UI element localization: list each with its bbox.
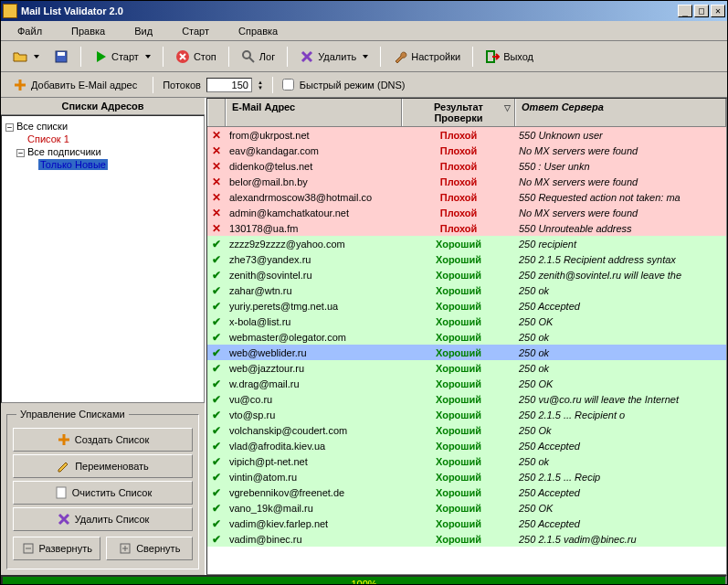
table-row[interactable]: ✔vto@sp.ruХороший250 2.1.5 ... Recipient… [207,407,726,422]
cell-email: yuriy.perets@tmg.net.ua [226,300,402,313]
cell-result: Хороший [402,471,515,484]
col-reply[interactable]: Ответ Сервера [515,99,726,126]
table-row[interactable]: ✔w.drag@mail.ruХороший250 OK [207,376,726,391]
rename-list-button[interactable]: Переименовать [13,454,193,478]
table-row[interactable]: ✕admin@kamchatkatour.netПлохойNo MX serv… [207,205,726,220]
table-row[interactable]: ✕alexandrmoscow38@hotmail.coПлохой550 Re… [207,189,726,205]
spinner-icon[interactable]: ▲▼ [258,80,263,90]
list-mgmt-legend: Управление Списками [16,409,129,420]
list-management-panel: Управление Списками Создать Список Переи… [6,409,199,569]
menu-edit[interactable]: Правка [57,24,120,38]
grid-body[interactable]: ✕from@ukrpost.netПлохой550 Unknown user✕… [207,127,726,574]
menu-help[interactable]: Справка [224,24,292,38]
add-email-button[interactable]: Добавить E-Mail адрес [6,74,143,96]
cell-email: from@ukrpost.net [226,129,402,142]
table-row[interactable]: ✔web@jazztour.ruХороший250 ok [207,360,726,376]
cell-result: Хороший [402,440,515,452]
table-row[interactable]: ✕eav@kandagar.comПлохойNo MX servers wer… [207,143,726,158]
cross-icon: ✕ [212,160,221,173]
stop-button[interactable]: Стоп [169,46,223,68]
cell-reply: 250 recipient [515,238,726,250]
delete-button[interactable]: Удалить [293,46,375,68]
tree-toggle-icon[interactable]: − [5,123,14,132]
save-icon [54,49,69,64]
table-row[interactable]: ✔zhe73@yandex.ruХороший250 2.1.5 Recipie… [207,251,726,267]
cell-result: Хороший [402,346,515,359]
stop-icon [175,49,190,64]
table-row[interactable]: ✔vintin@atom.ruХороший250 2.1.5 ... Reci… [207,469,726,484]
cell-reply: 250 ok [515,455,726,468]
cell-result: Хороший [402,378,515,390]
delete-list-button[interactable]: Удалить Список [13,507,193,531]
table-row[interactable]: ✔volchanskip@coudert.comХороший250 Ok [207,422,726,438]
table-row[interactable]: ✔vano_19k@mail.ruХороший250 OK [207,500,726,516]
open-button[interactable] [6,46,46,68]
cell-reply: 550 Requested action not taken: ma [515,191,726,204]
tree-root[interactable]: Все списки [16,121,68,132]
plus-icon [13,78,27,92]
cell-result: Плохой [402,222,515,235]
expand-button[interactable]: Развернуть [13,537,100,560]
tree-list1[interactable]: Список 1 [27,133,69,144]
settings-button[interactable]: Настройки [386,46,467,68]
fast-mode-checkbox[interactable] [282,79,294,90]
table-row[interactable]: ✔vadim@kiev.farlep.netХороший250 Accepte… [207,516,726,531]
check-icon: ✔ [212,269,221,282]
save-button[interactable] [47,46,75,68]
table-row[interactable]: ✔x-bola@list.ruХороший250 OK [207,314,726,329]
threads-input[interactable] [206,78,252,92]
table-row[interactable]: ✕130178@ua.fmПлохой550 Unrouteable addre… [207,220,726,236]
collapse-icon [118,541,132,556]
add-email-label: Добавить E-Mail адрес [31,80,137,90]
table-row[interactable]: ✔yuriy.perets@tmg.net.uaХороший250 Accep… [207,298,726,314]
table-row[interactable]: ✔zahar@wtn.ruХороший250 ok [207,282,726,298]
table-row[interactable]: ✔vadim@binec.ruХороший250 2.1.5 vadim@bi… [207,531,726,547]
col-result[interactable]: Результат Проверки▽ [402,99,515,126]
col-email[interactable]: E-Mail Адрес [226,99,402,126]
menu-view[interactable]: Вид [120,24,167,38]
tree-subs[interactable]: Все подписчики [27,146,101,157]
start-button[interactable]: Старт [87,46,157,68]
table-row[interactable]: ✕belor@mail.bn.byПлохойNo MX servers wer… [207,174,726,189]
cell-result: Хороший [402,238,515,250]
table-row[interactable]: ✔webmaster@olegator.comХороший250 ok [207,329,726,345]
close-button[interactable]: ✕ [711,5,725,17]
cell-reply: 250 Accepted [515,440,726,452]
tree-new-only[interactable]: Только Новые [38,159,108,170]
menu-start[interactable]: Старт [167,24,224,38]
cell-email: alexandrmoscow38@hotmail.co [226,191,402,204]
tree-toggle-icon[interactable]: − [16,149,25,157]
create-list-button[interactable]: Создать Список [13,428,193,452]
table-row[interactable]: ✔vlad@afrodita.kiev.uaХороший250 Accepte… [207,438,726,453]
cell-email: vipich@pt-net.net [226,455,402,468]
collapse-button[interactable]: Свернуть [106,537,194,560]
maximize-button[interactable]: □ [694,5,709,17]
cell-reply: 250 2.1.5 Recipient address syntax [515,253,726,266]
check-icon: ✔ [212,440,221,452]
delete-icon [57,512,71,526]
exit-button[interactable]: Выход [479,46,540,68]
table-row[interactable]: ✔web@weblider.ruХороший250 ok [207,345,726,360]
menu-file[interactable]: Файл [3,24,57,38]
table-row[interactable]: ✕didenko@telus.netПлохой550 : User unkn [207,158,726,174]
col-icon[interactable] [207,99,226,126]
cell-result: Плохой [402,160,515,173]
table-row[interactable]: ✔vgrebennikov@freenet.deХороший250 Accep… [207,484,726,500]
chevron-down-icon [34,55,39,58]
cell-email: 130178@ua.fm [226,222,402,235]
table-row[interactable]: ✔zzzz9z9zzzz@yahoo.comХороший250 recipie… [207,236,726,251]
cell-reply: 250 ok [515,284,726,297]
table-row[interactable]: ✔zenith@sovintel.ruХороший250 zenith@sov… [207,267,726,282]
cell-result: Хороший [402,455,515,468]
cell-reply: No MX servers were found [515,144,726,157]
log-button[interactable]: Лог [235,46,281,68]
clear-list-button[interactable]: Очистить Список [13,481,193,505]
table-row[interactable]: ✕from@ukrpost.netПлохой550 Unknown user [207,127,726,143]
cell-result: Плохой [402,207,515,219]
page-icon [54,485,69,500]
cell-email: vgrebennikov@freenet.de [226,486,402,499]
minimize-button[interactable]: _ [678,5,692,17]
table-row[interactable]: ✔vipich@pt-net.netХороший250 ok [207,453,726,469]
table-row[interactable]: ✔vu@co.ruХороший250 vu@co.ru will leave … [207,391,726,407]
address-tree[interactable]: −Все списки Список 1 −Все подписчики Тол… [1,115,205,403]
